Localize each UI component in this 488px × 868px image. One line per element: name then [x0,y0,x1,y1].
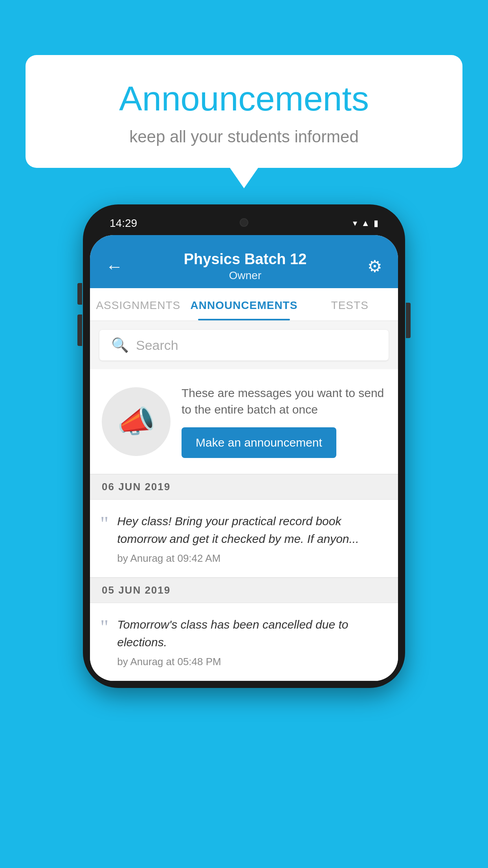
announcement-item-1[interactable]: " Hey class! Bring your practical record… [90,500,398,577]
make-announcement-button[interactable]: Make an announcement [182,427,336,458]
quote-icon-2: " [100,617,108,638]
search-icon: 🔍 [111,337,129,353]
tab-announcements[interactable]: ANNOUNCEMENTS [187,288,302,320]
tab-assignments[interactable]: ASSIGNMENTS [90,288,187,320]
announcement-content-2: Tomorrow's class has been cancelled due … [117,616,386,668]
date-separator-2: 05 JUN 2019 [90,577,398,603]
promo-content: These are messages you want to send to t… [182,385,386,458]
status-time: 14:29 [110,217,137,230]
tab-tests[interactable]: TESTS [301,288,398,320]
phone-frame: 14:29 ▾ ▲ ▮ ← Physics Batch 12 Owner [83,204,405,688]
vol-button-1 [77,283,82,305]
batch-subtitle: Owner [184,269,307,282]
speech-bubble: Announcements keep all your students inf… [26,55,462,168]
quote-icon-1: " [100,514,108,534]
signal-icon: ▲ [361,218,370,228]
batch-title: Physics Batch 12 [184,251,307,268]
promo-description: These are messages you want to send to t… [182,385,386,418]
settings-button[interactable]: ⚙ [367,257,382,276]
app-header-top: ← Physics Batch 12 Owner ⚙ [106,243,382,288]
power-button [406,303,411,338]
phone-screen: ← Physics Batch 12 Owner ⚙ ASSIGNMENTS A… [90,235,398,681]
status-bar: 14:29 ▾ ▲ ▮ [90,211,398,235]
speech-bubble-title: Announcements [45,79,443,119]
back-button[interactable]: ← [106,257,123,276]
header-title-block: Physics Batch 12 Owner [184,251,307,282]
battery-icon: ▮ [374,218,378,228]
announcement-meta-1: by Anurag at 09:42 AM [117,552,386,565]
app-header: ← Physics Batch 12 Owner ⚙ [90,235,398,288]
wifi-icon: ▾ [353,218,357,228]
status-icons: ▾ ▲ ▮ [353,218,378,228]
search-placeholder: Search [136,338,178,353]
announcement-text-1: Hey class! Bring your practical record b… [117,512,386,548]
date-separator-1: 06 JUN 2019 [90,474,398,500]
promo-card: 📣 These are messages you want to send to… [90,369,398,474]
phone-notch [209,211,279,233]
speech-bubble-subtitle: keep all your students informed [45,127,443,146]
camera-dot [240,218,248,227]
phone-container: 14:29 ▾ ▲ ▮ ← Physics Batch 12 Owner [83,204,405,688]
vol-button-2 [77,314,82,346]
search-bar[interactable]: 🔍 Search [99,330,389,360]
announcement-meta-2: by Anurag at 05:48 PM [117,656,386,668]
announcement-item-2[interactable]: " Tomorrow's class has been cancelled du… [90,603,398,681]
search-container: 🔍 Search [90,321,398,369]
promo-icon-circle: 📣 [102,387,171,456]
announcement-content-1: Hey class! Bring your practical record b… [117,512,386,565]
tabs-bar: ASSIGNMENTS ANNOUNCEMENTS TESTS [90,288,398,321]
speech-bubble-container: Announcements keep all your students inf… [26,55,462,168]
announcement-text-2: Tomorrow's class has been cancelled due … [117,616,386,651]
megaphone-icon: 📣 [117,404,155,440]
